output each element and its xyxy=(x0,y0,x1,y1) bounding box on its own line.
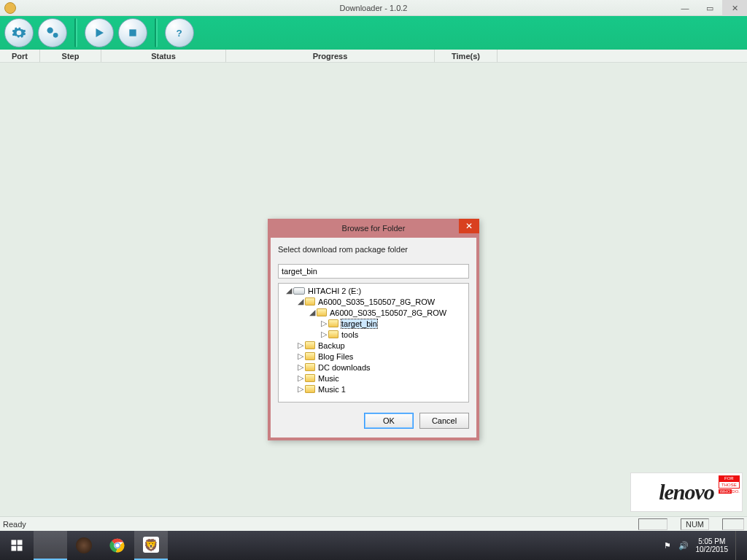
toolbar: ? xyxy=(0,16,747,50)
column-header-row: Port Step Status Progress Time(s) xyxy=(0,50,747,63)
settings-multi-button[interactable] xyxy=(38,18,67,47)
tree-node-music[interactable]: ▷Music xyxy=(279,373,468,384)
svg-point-0 xyxy=(47,28,53,34)
tray-clock[interactable]: 5:05 PM 10/2/2015 xyxy=(696,537,729,553)
taskbar-app2[interactable] xyxy=(67,531,101,560)
tree-node-blogfiles[interactable]: ▷Blog Files xyxy=(279,351,468,362)
tree-node-backup[interactable]: ▷Backup xyxy=(279,340,468,351)
status-cell-empty2 xyxy=(722,518,744,530)
help-button[interactable]: ? xyxy=(165,18,194,47)
cancel-button[interactable]: Cancel xyxy=(419,413,469,429)
taskbar-explorer[interactable] xyxy=(34,531,67,560)
work-area: Browse for Folder ✕ Select download rom … xyxy=(0,63,747,516)
tree-node-dcdownloads[interactable]: ▷DC downloads xyxy=(279,362,468,373)
tray-action-center-icon[interactable]: ⚑ xyxy=(664,541,671,551)
tray-volume-icon[interactable]: 🔊 xyxy=(678,541,689,551)
taskbar-downloader[interactable]: 🦁 xyxy=(134,531,168,560)
lenovo-who: WHO xyxy=(719,489,732,494)
window-title: Downloader - 1.0.2 xyxy=(340,4,408,12)
swirl-icon xyxy=(76,537,92,553)
toolbar-separator xyxy=(74,18,77,47)
col-time[interactable]: Time(s) xyxy=(435,50,498,62)
stop-icon xyxy=(127,27,139,39)
status-ready: Ready xyxy=(3,520,26,529)
app-icon xyxy=(4,2,16,14)
settings-button[interactable] xyxy=(4,18,34,47)
folder-icon xyxy=(42,538,59,551)
svg-rect-4 xyxy=(12,540,17,545)
lenovo-brand-text: lenovo xyxy=(659,480,714,505)
status-cell-empty xyxy=(638,518,667,530)
dialog-prompt: Select download rom package folder xyxy=(278,245,469,254)
lion-icon: 🦁 xyxy=(144,538,158,552)
dialog-close-button[interactable]: ✕ xyxy=(459,219,479,233)
start-button-taskbar[interactable] xyxy=(0,531,34,560)
toolbar-separator xyxy=(155,18,158,47)
col-empty xyxy=(498,50,747,62)
svg-text:?: ? xyxy=(177,28,182,39)
col-step[interactable]: Step xyxy=(40,50,101,62)
svg-rect-2 xyxy=(129,29,136,36)
col-port[interactable]: Port xyxy=(0,50,40,62)
window-maximize-button[interactable]: ▭ xyxy=(697,0,722,16)
browse-folder-dialog: Browse for Folder ✕ Select download rom … xyxy=(268,219,479,440)
start-button[interactable] xyxy=(85,18,114,47)
play-icon xyxy=(93,26,106,39)
gear-icon xyxy=(12,26,26,40)
lenovo-those: THOSE xyxy=(719,481,740,489)
svg-point-10 xyxy=(115,543,120,548)
status-bar: Ready NUM xyxy=(0,516,747,531)
status-num: NUM xyxy=(681,518,709,530)
window-minimize-button[interactable]: — xyxy=(673,0,697,16)
tree-node-tools[interactable]: ▷tools xyxy=(279,329,468,340)
lenovo-for: FOR xyxy=(719,475,740,481)
svg-point-1 xyxy=(53,33,58,38)
help-icon: ? xyxy=(173,26,186,39)
windows-icon xyxy=(10,539,23,552)
folder-name-input[interactable] xyxy=(278,264,469,279)
svg-rect-7 xyxy=(18,546,23,551)
lenovo-do: DO. xyxy=(732,489,740,494)
chrome-icon xyxy=(109,537,125,553)
ok-button[interactable]: OK xyxy=(364,413,414,429)
taskbar: 🦁 ⚑ 🔊 5:05 PM 10/2/2015 xyxy=(0,531,747,560)
system-tray: ⚑ 🔊 5:05 PM 10/2/2015 xyxy=(664,531,748,560)
folder-tree[interactable]: ◢HITACHI 2 (E:) ◢A6000_S035_150507_8G_RO… xyxy=(278,283,469,402)
show-desktop-button[interactable] xyxy=(735,531,740,560)
window-close-button[interactable]: ✕ xyxy=(722,0,747,16)
gears-icon xyxy=(45,26,60,40)
col-status[interactable]: Status xyxy=(101,50,226,62)
tray-time: 5:05 PM xyxy=(696,537,729,545)
svg-rect-5 xyxy=(18,540,23,545)
col-progress[interactable]: Progress xyxy=(226,50,435,62)
tray-date: 10/2/2015 xyxy=(696,545,729,553)
taskbar-chrome[interactable] xyxy=(101,531,134,560)
svg-rect-6 xyxy=(12,546,17,551)
tree-node-pkg-inner[interactable]: ◢A6000_S035_150507_8G_ROW xyxy=(279,307,468,318)
window-titlebar: Downloader - 1.0.2 — ▭ ✕ xyxy=(0,0,747,16)
stop-button[interactable] xyxy=(118,18,147,47)
lenovo-logo: lenovo FOR THOSE WHODO. xyxy=(630,472,743,512)
tree-node-music1[interactable]: ▷Music 1 xyxy=(279,384,468,394)
dialog-title: Browse for Folder xyxy=(342,224,406,233)
tree-node-pkg-outer[interactable]: ◢A6000_S035_150507_8G_ROW xyxy=(279,296,468,307)
tree-node-drive[interactable]: ◢HITACHI 2 (E:) xyxy=(279,285,468,296)
tree-node-target-bin[interactable]: ▷target_bin xyxy=(279,318,468,329)
dialog-titlebar[interactable]: Browse for Folder ✕ xyxy=(268,219,479,238)
